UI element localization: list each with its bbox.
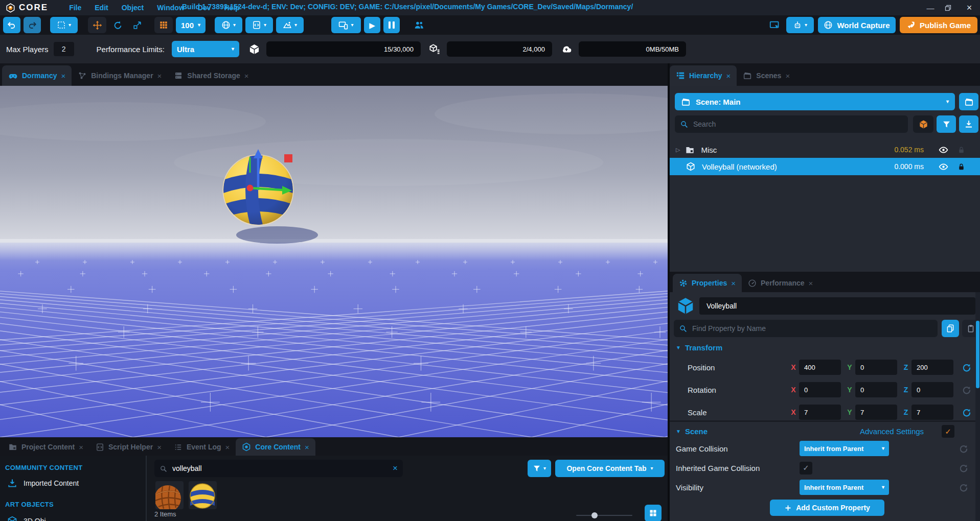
visibility-eye-icon[interactable] [939, 162, 948, 172]
tab-scenes[interactable]: Scenes × [737, 65, 796, 86]
advanced-settings-checkbox[interactable]: ✓ [942, 425, 954, 438]
hierarchy-search-field[interactable] [675, 115, 908, 133]
tab-shared-storage[interactable]: Shared Storage × [168, 65, 255, 86]
viewport-3d[interactable] [0, 86, 668, 437]
scale-x-field[interactable] [799, 405, 841, 420]
position-x-field[interactable] [799, 360, 841, 375]
template-filter-button[interactable] [913, 115, 933, 133]
undo-button[interactable] [3, 17, 20, 33]
menu-object[interactable]: Object [116, 2, 150, 13]
scene-section-header[interactable]: ▼ Scene [676, 427, 708, 436]
content-filter-button[interactable]: ▾ [528, 460, 551, 477]
asset-thumbnail-volleyball[interactable] [189, 481, 217, 509]
world-capture-button[interactable]: World Capture [818, 17, 896, 33]
selection-mode-button[interactable]: ▾ [50, 17, 78, 33]
content-search-field[interactable]: × [154, 460, 403, 477]
script-dropdown[interactable]: ▾ [245, 17, 273, 33]
transform-section-header[interactable]: ▼ Transform [676, 343, 722, 352]
tab-script-helper[interactable]: Script Helper × [89, 438, 168, 456]
visibility-eye-icon[interactable] [939, 145, 948, 155]
hierarchy-row-misc[interactable]: ▷ Misc 0.052 ms [670, 141, 980, 158]
rotation-z-field[interactable] [911, 382, 953, 397]
multiplayer-preview-button[interactable] [410, 17, 427, 33]
tab-bindings-manager[interactable]: Bindings Manager × [72, 65, 168, 86]
tab-properties[interactable]: Properties × [673, 274, 742, 292]
rotation-x-field[interactable] [799, 382, 841, 397]
terrain-dropdown[interactable]: ▾ [276, 17, 304, 33]
lock-icon[interactable] [957, 146, 966, 154]
minimize-button[interactable]: — [925, 4, 936, 12]
sidebar-item-imported-content[interactable]: Imported Content [7, 478, 79, 488]
close-icon[interactable]: × [809, 279, 813, 288]
redo-button[interactable] [24, 17, 41, 33]
tab-performance[interactable]: Performance × [742, 274, 819, 292]
import-button[interactable] [959, 115, 978, 133]
hierarchy-row-volleyball[interactable]: Volleyball (networked) 0.000 ms [670, 158, 980, 175]
properties-scrollbar-track[interactable] [975, 292, 980, 521]
thumbnail-size-slider[interactable] [576, 515, 632, 516]
scale-y-field[interactable] [855, 405, 897, 420]
object-name-input[interactable] [705, 301, 969, 311]
world-settings-dropdown[interactable]: ▾ [215, 17, 242, 33]
slider-handle[interactable] [591, 512, 598, 518]
tab-project-content[interactable]: Project Content × [2, 438, 89, 456]
sidebar-header-art-objects[interactable]: ART OBJECTS [5, 501, 54, 508]
restore-button[interactable] [944, 4, 955, 12]
object-name-field[interactable] [699, 297, 975, 315]
publish-game-button[interactable]: Publish Game [900, 17, 977, 33]
properties-scrollbar[interactable] [976, 321, 979, 388]
play-button[interactable]: ▶ [364, 17, 380, 33]
close-icon[interactable]: × [785, 72, 790, 80]
game-collision-dropdown[interactable]: Inherit from Parent▾ [800, 441, 889, 456]
find-property-input[interactable] [691, 324, 932, 333]
hierarchy-filter-button[interactable] [937, 115, 956, 133]
position-y-input[interactable] [859, 363, 893, 372]
grid-view-button[interactable] [645, 505, 662, 521]
tab-core-content[interactable]: Core Content × [236, 438, 315, 456]
close-icon[interactable]: × [157, 72, 162, 80]
scale-z-input[interactable] [916, 408, 949, 417]
scene-selector-dropdown[interactable]: Scene: Main ▾ [675, 93, 955, 110]
close-icon[interactable]: × [79, 443, 83, 452]
close-button[interactable]: × [964, 3, 975, 13]
preview-mode-dropdown[interactable]: ▾ [331, 17, 361, 33]
close-icon[interactable]: × [61, 72, 65, 80]
add-custom-property-button[interactable]: Add Custom Property [770, 500, 884, 516]
expander-icon[interactable]: ▷ [676, 147, 680, 153]
asset-thumbnail-rattan-ball[interactable] [155, 481, 184, 509]
rotation-y-input[interactable] [859, 386, 893, 394]
snap-size-dropdown[interactable]: 100▾ [176, 17, 206, 33]
sidebar-header-community[interactable]: COMMUNITY CONTENT [5, 464, 82, 471]
copy-properties-button[interactable] [942, 320, 959, 337]
rotation-x-input[interactable] [803, 386, 837, 394]
scale-x-input[interactable] [803, 408, 837, 417]
find-property-field[interactable] [674, 320, 938, 337]
tab-hierarchy[interactable]: Hierarchy × [670, 65, 737, 86]
tab-event-log[interactable]: Event Log × [168, 438, 236, 456]
position-x-input[interactable] [803, 363, 837, 372]
performance-limits-dropdown[interactable]: Ultra▾ [172, 41, 239, 57]
open-core-content-tab-button[interactable]: Open Core Content Tab ▾ [555, 460, 665, 477]
grid-snap-button[interactable] [154, 17, 173, 33]
position-y-field[interactable] [855, 360, 897, 375]
max-players-input[interactable] [54, 44, 74, 54]
lock-icon[interactable] [957, 162, 966, 171]
tab-dormancy[interactable]: Dormancy × [2, 65, 72, 86]
close-icon[interactable]: × [305, 443, 309, 452]
screen-share-button[interactable] [767, 17, 782, 33]
close-icon[interactable]: × [225, 443, 230, 452]
menu-edit[interactable]: Edit [89, 2, 113, 13]
scale-z-field[interactable] [911, 405, 953, 420]
close-icon[interactable]: × [244, 72, 249, 80]
rotation-z-input[interactable] [916, 386, 949, 394]
clear-search-icon[interactable]: × [393, 463, 398, 473]
rotate-tool-button[interactable] [109, 17, 126, 33]
pause-button[interactable] [383, 17, 400, 33]
content-search-input[interactable] [171, 464, 389, 473]
gizmo-plane-handle[interactable] [284, 154, 292, 162]
position-z-field[interactable] [911, 360, 953, 375]
sidebar-item-partial[interactable]: 3D Obj [7, 516, 46, 521]
menu-file[interactable]: File [63, 2, 87, 13]
scale-y-input[interactable] [859, 408, 893, 417]
hierarchy-search-input[interactable] [692, 120, 903, 129]
